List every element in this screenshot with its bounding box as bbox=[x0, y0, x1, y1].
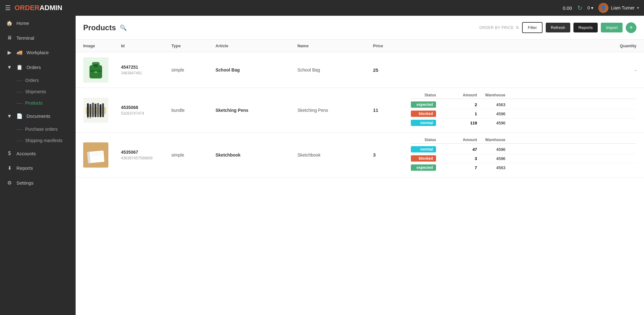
sidebar-sub-label-purchase-orders: Purchase orders bbox=[25, 127, 58, 132]
product-image-3 bbox=[83, 142, 108, 168]
warehouse-val: 4596 bbox=[477, 147, 505, 152]
col-article: Article bbox=[216, 43, 297, 48]
hamburger-icon[interactable]: ☰ bbox=[5, 4, 11, 12]
col-type: Type bbox=[171, 43, 216, 48]
col-id: Id bbox=[121, 43, 171, 48]
user-name: Liam Turner bbox=[611, 5, 635, 10]
topnav: ☰ ORDERADMIN 0.00 ↻ 0 ▾ 👤 Liam Turner ▾ bbox=[0, 0, 644, 16]
brand-order: ORDER bbox=[14, 4, 39, 12]
sidebar-item-terminal[interactable]: 🖥 Terminal bbox=[0, 31, 76, 45]
warehouse-val: 4563 bbox=[477, 165, 505, 170]
qty-col-amount-3: Amount bbox=[436, 138, 477, 142]
product-id-2: 4535068 bbox=[121, 105, 171, 110]
terminal-icon: 🖥 bbox=[6, 35, 13, 41]
refresh-icon[interactable]: ↻ bbox=[577, 4, 583, 12]
product-subid-3: 436367457586869 bbox=[121, 156, 171, 160]
sidebar-item-shipments[interactable]: Shipments bbox=[16, 86, 76, 97]
sidebar-item-documents[interactable]: ▼ 📄 Documents bbox=[0, 109, 76, 123]
amount-val: 119 bbox=[436, 121, 477, 125]
brand-admin: ADMIN bbox=[39, 4, 62, 12]
user-info[interactable]: 👤 Liam Turner ▾ bbox=[598, 3, 639, 13]
product-qty-3: Status Amount Warehouse normal 47 4596 b… bbox=[411, 138, 636, 172]
qty-col-status: Status bbox=[411, 93, 436, 97]
product-subid-2: 53263747474 bbox=[121, 111, 171, 116]
sidebar-item-reports[interactable]: ⬇ Reports bbox=[0, 161, 76, 175]
sidebar-item-home[interactable]: 🏠 Home bbox=[0, 16, 76, 31]
import-button[interactable]: Import bbox=[601, 23, 623, 32]
sidebar-item-purchase-orders[interactable]: Purchase orders bbox=[16, 123, 76, 135]
warehouse-val: 4596 bbox=[477, 156, 505, 161]
order-by-icon: ⇅ bbox=[516, 26, 519, 30]
sidebar-item-settings[interactable]: ⚙ Settings bbox=[0, 175, 76, 190]
product-name-3: Sketchbook bbox=[297, 152, 373, 158]
product-id-block-3: 4535067 436367457586869 bbox=[121, 150, 171, 160]
table-row: 4547251 3463847461 simple School Bag Sch… bbox=[76, 52, 644, 88]
product-subid-1: 3463847461 bbox=[121, 71, 171, 75]
accounts-icon: $ bbox=[6, 151, 13, 156]
svg-rect-14 bbox=[102, 103, 104, 117]
sidebar-label-home: Home bbox=[16, 20, 29, 26]
product-main-3: 4535067 436367457586869 simple Sketchboo… bbox=[83, 138, 636, 172]
product-id-3: 4535067 bbox=[121, 150, 171, 155]
qty-sub-2: Status Amount Warehouse expected 2 4563 … bbox=[411, 93, 636, 127]
user-chevron-icon: ▾ bbox=[637, 6, 639, 10]
sidebar-label-orders: Orders bbox=[26, 65, 41, 70]
balance-display: 0.00 bbox=[563, 5, 572, 11]
product-article-3: Sketchbook bbox=[216, 152, 297, 158]
col-name: Name bbox=[297, 43, 373, 48]
sidebar-item-accounts[interactable]: $ Accounts bbox=[0, 146, 76, 161]
sidebar-item-shipping-manifests[interactable]: Shipping manifests bbox=[16, 135, 76, 146]
status-badge: blocked bbox=[411, 111, 436, 117]
status-badge: blocked bbox=[411, 155, 436, 162]
qty-col-warehouse-3: Warehouse bbox=[477, 138, 505, 142]
svg-rect-10 bbox=[92, 103, 94, 117]
amount-val: 3 bbox=[436, 156, 477, 161]
sidebar-label-workplace: Workplace bbox=[26, 50, 49, 55]
orders-icon: 📋 bbox=[16, 64, 23, 70]
col-quantity: Quantity bbox=[411, 43, 636, 48]
add-button[interactable]: + bbox=[626, 22, 636, 33]
avatar-image: 👤 bbox=[598, 3, 608, 13]
product-article-2: Sketching Pens bbox=[216, 108, 297, 113]
sidebar-item-workplace[interactable]: ▶ 🚚 Workplace bbox=[0, 45, 76, 60]
sidebar-item-products[interactable]: Products bbox=[16, 97, 76, 109]
sidebar-sub-orders: Orders Shipments Products bbox=[0, 75, 76, 109]
documents-icon: 📄 bbox=[16, 113, 23, 119]
sidebar-item-orders[interactable]: ▼ 📋 Orders bbox=[0, 60, 76, 75]
search-icon[interactable]: 🔍 bbox=[120, 24, 127, 31]
product-id-block-1: 4547251 3463847461 bbox=[121, 65, 171, 75]
svg-rect-13 bbox=[100, 104, 101, 117]
product-image-2 bbox=[83, 98, 108, 123]
notif-chevron-icon: ▾ bbox=[591, 5, 593, 10]
filter-button[interactable]: Filter bbox=[522, 22, 543, 33]
product-price-3: 3 bbox=[373, 152, 411, 158]
reports-button[interactable]: Reports bbox=[573, 23, 598, 32]
truck-icon: 🚚 bbox=[16, 49, 23, 55]
product-price-1: 25 bbox=[373, 67, 411, 73]
svg-rect-3 bbox=[94, 64, 98, 67]
qty-col-amount: Amount bbox=[436, 93, 477, 97]
product-price-2: 11 bbox=[373, 107, 411, 113]
sidebar-label-terminal: Terminal bbox=[16, 35, 34, 41]
warehouse-val: 4563 bbox=[477, 102, 505, 107]
refresh-button[interactable]: Refresh bbox=[546, 23, 570, 32]
reports-icon: ⬇ bbox=[6, 165, 13, 171]
product-name-2: Sketching Pens bbox=[297, 108, 373, 113]
sidebar: 🏠 Home 🖥 Terminal ▶ 🚚 Workplace ▼ 📋 Orde… bbox=[0, 16, 76, 315]
warehouse-val: 4596 bbox=[477, 112, 505, 116]
svg-rect-11 bbox=[95, 104, 96, 117]
col-image: Image bbox=[83, 43, 121, 48]
brand: ORDERADMIN bbox=[14, 4, 62, 12]
home-icon: 🏠 bbox=[6, 20, 13, 26]
notification-badge[interactable]: 0 ▾ bbox=[588, 5, 594, 10]
qty-col-warehouse: Warehouse bbox=[477, 93, 505, 97]
status-badge: normal bbox=[411, 120, 436, 126]
product-id-1: 4547251 bbox=[121, 65, 171, 70]
main-content: Products 🔍 ORDER BY PRICE ⇅ Filter Refre… bbox=[76, 16, 644, 315]
sidebar-item-orders-sub[interactable]: Orders bbox=[16, 75, 76, 86]
sidebar-sub-label-products: Products bbox=[25, 100, 43, 106]
status-badge: normal bbox=[411, 146, 436, 152]
product-qty-1: - bbox=[411, 67, 636, 73]
sidebar-label-reports: Reports bbox=[16, 165, 33, 171]
svg-rect-8 bbox=[87, 103, 89, 117]
